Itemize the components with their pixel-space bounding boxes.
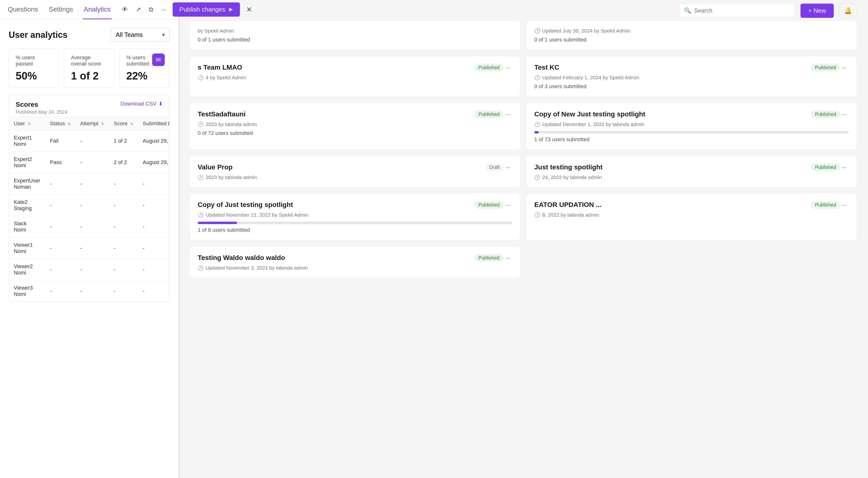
clock-icon: 🕐 [198,265,204,271]
cell-submitted: August 29, 2022 [138,152,170,173]
cell-score: - [109,280,138,302]
card-title: Testing Waldo waldo waldo [198,254,472,262]
progress-bar-fill [198,221,237,224]
cell-score: - [109,195,138,216]
col-submitted-date[interactable]: Submitted Date ⇅ [138,117,170,130]
more-options-button[interactable]: ··· [503,63,512,72]
chevron-down-icon: ▾ [162,32,165,38]
table-row: Expert1 Nomi Fail - 1 of 2 August 29, 20… [9,130,170,152]
content-card: Copy of Just testing spotlight Published… [190,194,520,240]
table-row: Viewer1 Nomi - - - - - - [9,238,170,259]
download-csv-button[interactable]: Download CSV ⬇ [121,101,163,107]
cell-status: - [45,280,75,302]
card-header: Copy of New Just testing spotlight Publi… [534,110,849,118]
copy-button[interactable]: ⧉ [147,4,155,15]
status-badge: Published [474,254,503,262]
col-score[interactable]: Score ⇅ [109,117,138,130]
scores-title-block: Scores Published May 24, 2024 [16,101,67,115]
team-dropdown[interactable]: All Teams ▾ [111,28,170,42]
more-options-button[interactable]: ··· [840,200,849,209]
stat-card-passed: % users passed 50% [9,48,59,88]
card-title: s Team LMAO [198,64,472,71]
analytics-title: User analytics [9,30,67,40]
clock-icon: 🕐 [534,212,540,218]
more-options-button[interactable]: ··· [840,63,849,72]
search-input[interactable] [694,7,789,14]
card-title: Test KC [534,64,808,71]
cell-user: Viewer2 Nomi [9,259,45,280]
card-stat: 0 of 72 users submitted [198,130,512,136]
content-card: Test KC Published ··· 🕐 Updated February… [527,56,857,96]
cell-status: - [45,238,75,259]
card-title: Copy of New Just testing spotlight [534,110,808,118]
progress-bar-fill [534,131,539,134]
more-options-button[interactable]: ··· [503,110,512,118]
sort-status-icon: ⇅ [67,122,71,126]
cell-user: Expert2 Nomi [9,152,45,173]
col-attempt[interactable]: Attempt ⇅ [75,117,109,130]
more-options-button[interactable]: ··· [503,253,512,262]
tab-settings[interactable]: Settings [48,0,74,19]
more-button[interactable]: ··· [160,4,168,15]
share-button[interactable]: ↗ [134,4,143,15]
card-header: EATOR UPDATION ... Published ··· [534,200,849,209]
clock-icon: 🕐 [534,28,540,33]
cell-submitted: - [138,238,170,259]
cell-score: - [109,238,138,259]
card-header: TestSadaftauni Published ··· [198,110,512,118]
right-panel: 🔍 + New 🔔 by Spekit Admin 0 of 1 users s… [179,0,868,478]
eye-icon: 👁 [122,6,128,13]
analytics-body: User analytics All Teams ▾ % users passe… [0,19,179,478]
partial-card-left-stat: 0 of 1 users submitted [198,37,512,43]
card-meta-text: Updated November 3, 2022 by tabinda admi… [206,265,308,271]
card-meta-text: Updated December 1, 2022 by tabinda admi… [542,122,645,127]
stat-card-score: Average overall score 1 of 2 [64,48,114,88]
more-options-button[interactable]: ··· [503,163,512,172]
tab-questions[interactable]: Questions [7,0,39,19]
eye-button[interactable]: 👁 [120,4,129,15]
more-options-button[interactable]: ··· [840,110,849,118]
table-row: Kate2 Staging - - - - - - [9,195,170,216]
email-icon: ✉ [152,54,165,66]
card-meta-text: Updated November 21, 2022 by Spekit Admi… [206,212,308,218]
partial-card-right-stat: 0 of 1 users submitted [534,37,849,43]
stat-cards: % users passed 50% Average overall score… [9,48,170,88]
sort-user-icon: ⇅ [28,122,31,126]
status-badge: Published [811,64,840,71]
card-stat: 1 of 8 users submitted [198,227,512,233]
col-status[interactable]: Status ⇅ [45,117,75,130]
status-badge: Published [811,201,840,209]
tab-analytics[interactable]: Analytics [83,0,112,19]
notification-button[interactable]: 🔔 [840,3,857,18]
card-header: Test KC Published ··· [534,63,849,72]
partial-card-right: 🕐 Updated July 30, 2024 by Spekit Admin … [527,21,857,49]
progress-bar [198,221,512,224]
more-options-button[interactable]: ··· [840,163,849,172]
cell-score: 2 of 2 [109,152,138,173]
col-user[interactable]: User ⇅ [9,117,45,130]
cell-user: Kate2 Staging [9,195,45,216]
close-button[interactable]: ✕ [245,4,254,15]
cell-status: - [45,195,75,216]
card-stat: 1 of 73 users submitted [534,136,849,143]
cell-user: Viewer1 Nomi [9,238,45,259]
search-box[interactable]: 🔍 [679,4,795,18]
partial-card-left: by Spekit Admin 0 of 1 users submitted [190,21,520,49]
scores-table: User ⇅ Status ⇅ Attempt ⇅ Score ⇅ Submit… [9,117,170,302]
sort-score-icon: ⇅ [130,122,133,126]
tab-actions: 👁 ↗ ⧉ ··· Publish changes ➤ ✕ [120,2,253,16]
card-meta-text: 24, 2022 by tabinda admin [542,174,602,180]
close-icon: ✕ [246,5,252,13]
cell-attempt: - [75,238,109,259]
card-meta: 🕐 4 by Spekit Admin [198,75,512,80]
more-options-button[interactable]: ··· [503,200,512,209]
clock-icon: 🕐 [198,174,204,180]
card-header: Just testing spotlight Published ··· [534,163,849,172]
clock-icon: 🕐 [534,75,540,80]
new-button[interactable]: + New [801,4,834,18]
status-badge: Published [474,111,503,118]
top-bar: 🔍 + New 🔔 [179,0,868,21]
cell-submitted: - [138,216,170,238]
status-badge: Published [474,64,503,71]
publish-button[interactable]: Publish changes ➤ [173,2,240,16]
